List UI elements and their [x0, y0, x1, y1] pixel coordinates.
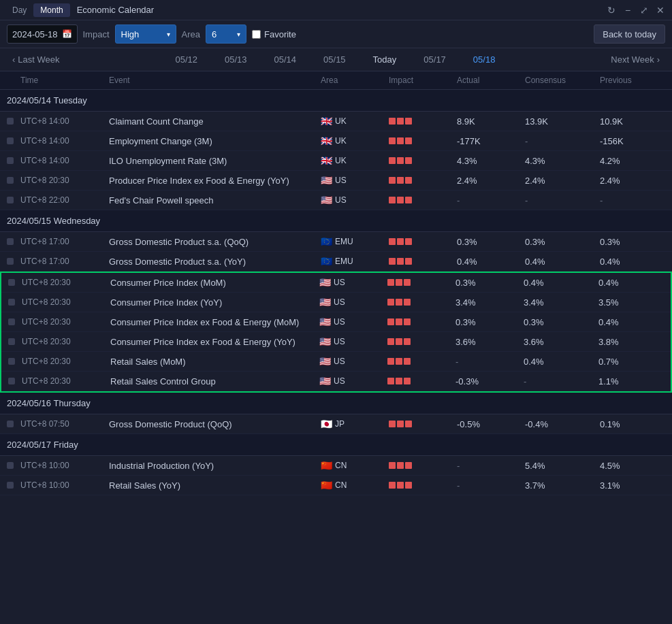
event-row[interactable]: UTC+8 20:30Consumer Price Index (MoM)🇺🇸U… — [1, 273, 671, 293]
right-arrow-icon: › — [657, 54, 660, 65]
row-indicator — [7, 177, 18, 184]
date-05-14[interactable]: 05/14 — [261, 52, 310, 67]
date-05-17[interactable]: 05/17 — [410, 52, 460, 67]
event-row[interactable]: UTC+8 14:00Employment Change (3M)🇬🇧UK-17… — [0, 131, 672, 151]
impact-dropdown[interactable]: High ▾ — [115, 24, 176, 44]
event-time: UTC+8 20:30 — [19, 278, 108, 287]
event-previous: 2.4% — [597, 176, 665, 186]
event-row[interactable]: UTC+8 07:50Gross Domestic Product (QoQ)🇯… — [0, 414, 672, 434]
event-row[interactable]: UTC+8 20:30Consumer Price Index (YoY)🇺🇸U… — [1, 293, 671, 312]
close-btn[interactable]: ✕ — [654, 4, 667, 16]
date-05-13[interactable]: 05/13 — [211, 52, 261, 67]
event-actual: -0.5% — [454, 419, 522, 429]
toolbar: 2024-05-18 📅 Impact High ▾ Area 6 ▾ Favo… — [0, 20, 672, 48]
minimize-btn[interactable]: − — [622, 4, 634, 16]
date-today[interactable]: Today — [359, 52, 411, 67]
event-previous: 0.7% — [596, 357, 664, 367]
event-previous: 3.1% — [597, 480, 665, 491]
event-row[interactable]: UTC+8 20:30Consumer Price Index ex Food … — [1, 312, 671, 332]
impact-bars — [387, 378, 450, 384]
event-name: Employment Change (3M) — [106, 136, 318, 146]
date-input[interactable]: 2024-05-18 📅 — [7, 24, 78, 44]
impact-bars — [389, 421, 451, 427]
flag-area: 🇨🇳CN — [321, 460, 383, 471]
row-indicator — [8, 338, 19, 345]
event-actual: - — [454, 480, 522, 491]
row-indicator — [7, 197, 18, 203]
area-code: US — [334, 376, 345, 386]
event-previous: - — [597, 195, 665, 206]
event-row[interactable]: UTC+8 17:00Gross Domestic Product s.a. (… — [0, 252, 672, 272]
flag-area: 🇯🇵JP — [321, 418, 383, 429]
date-05-15[interactable]: 05/15 — [310, 52, 359, 67]
row-indicator — [7, 157, 18, 164]
event-actual: 2.4% — [454, 176, 522, 186]
event-previous: 10.9K — [597, 116, 665, 127]
reload-btn[interactable]: ↻ — [605, 4, 618, 16]
event-time: UTC+8 20:30 — [18, 176, 106, 185]
flag-area: 🇬🇧UK — [321, 135, 383, 146]
flag-area: 🇺🇸US — [321, 195, 383, 206]
favorite-checkbox[interactable] — [252, 30, 261, 39]
area-dropdown[interactable]: 6 ▾ — [206, 24, 246, 44]
event-consensus: 3.4% — [521, 297, 596, 308]
last-week-btn[interactable]: ‹ Last Week — [7, 52, 65, 67]
country-flag: 🇨🇳 — [321, 460, 332, 471]
country-flag: 🇺🇸 — [321, 195, 332, 206]
impact-label: Impact — [83, 29, 110, 39]
event-previous: 0.4% — [596, 317, 664, 327]
area-code: UK — [335, 116, 347, 126]
area-value: 6 — [212, 29, 217, 39]
event-time: UTC+8 14:00 — [18, 156, 106, 165]
event-time: UTC+8 10:00 — [18, 480, 106, 490]
event-row[interactable]: UTC+8 14:00Claimant Count Change🇬🇧UK8.9K… — [0, 112, 672, 131]
event-time: UTC+8 20:30 — [19, 337, 108, 346]
event-time: UTC+8 17:00 — [18, 237, 106, 246]
back-today-button[interactable]: Back to today — [594, 24, 665, 44]
event-row[interactable]: UTC+8 20:30Producer Price Index ex Food … — [0, 171, 672, 191]
event-name: Consumer Price Index ex Food & Energy (M… — [108, 317, 317, 327]
event-row[interactable]: UTC+8 17:00Gross Domestic Product s.a. (… — [0, 232, 672, 252]
event-row[interactable]: UTC+8 22:00Fed's Chair Powell speech🇺🇸US… — [0, 191, 672, 210]
area-code: US — [334, 357, 345, 366]
event-consensus: 3.6% — [521, 337, 596, 347]
next-week-btn[interactable]: Next Week › — [605, 52, 665, 67]
event-actual: 4.3% — [454, 156, 522, 166]
col-consensus: Consensus — [522, 76, 597, 85]
impact-bars — [389, 482, 451, 489]
event-row[interactable]: UTC+8 10:00Retail Sales (YoY)🇨🇳CN-3.7%3.… — [0, 476, 672, 495]
impact-bars — [389, 137, 451, 144]
event-consensus: 4.3% — [522, 156, 597, 166]
impact-arrow: ▾ — [167, 31, 170, 38]
tab-month[interactable]: Month — [33, 3, 69, 17]
area-code: UK — [335, 136, 347, 146]
page-title: Economic Calendar — [77, 5, 154, 15]
event-time: UTC+8 20:30 — [19, 357, 108, 366]
date-05-12[interactable]: 05/12 — [161, 52, 211, 67]
event-consensus: 0.4% — [521, 357, 596, 367]
event-name: Claimant Count Change — [106, 116, 318, 127]
date-05-18[interactable]: 05/18 — [460, 52, 509, 67]
event-row[interactable]: UTC+8 20:30Consumer Price Index ex Food … — [1, 332, 671, 352]
flag-area: 🇺🇸US — [319, 277, 382, 288]
flag-area: 🇪🇺EMU — [321, 236, 383, 247]
event-row[interactable]: UTC+8 10:00Industrial Production (YoY)🇨🇳… — [0, 456, 672, 476]
event-time: UTC+8 22:00 — [18, 195, 106, 205]
event-previous: 0.1% — [597, 419, 665, 429]
event-consensus: - — [521, 376, 596, 387]
favorite-checkbox-wrap[interactable]: Favorite — [252, 29, 296, 39]
event-time: UTC+8 10:00 — [18, 461, 106, 470]
maximize-btn[interactable]: ⤢ — [638, 4, 650, 16]
country-flag: 🇬🇧 — [321, 116, 332, 127]
event-row[interactable]: UTC+8 20:30Retail Sales (MoM)🇺🇸US-0.4%0.… — [1, 352, 671, 372]
event-consensus: 0.3% — [521, 317, 596, 327]
area-label: Area — [182, 29, 200, 39]
view-tabs: Day Month — [5, 1, 70, 20]
event-row[interactable]: UTC+8 20:30Retail Sales Control Group🇺🇸U… — [1, 372, 671, 391]
country-flag: 🇯🇵 — [321, 418, 332, 429]
event-actual: 0.4% — [454, 257, 522, 267]
event-previous: 4.2% — [597, 156, 665, 166]
tab-day[interactable]: Day — [5, 3, 33, 17]
flag-area: 🇺🇸US — [319, 297, 382, 308]
event-row[interactable]: UTC+8 14:00ILO Unemployment Rate (3M)🇬🇧U… — [0, 151, 672, 171]
